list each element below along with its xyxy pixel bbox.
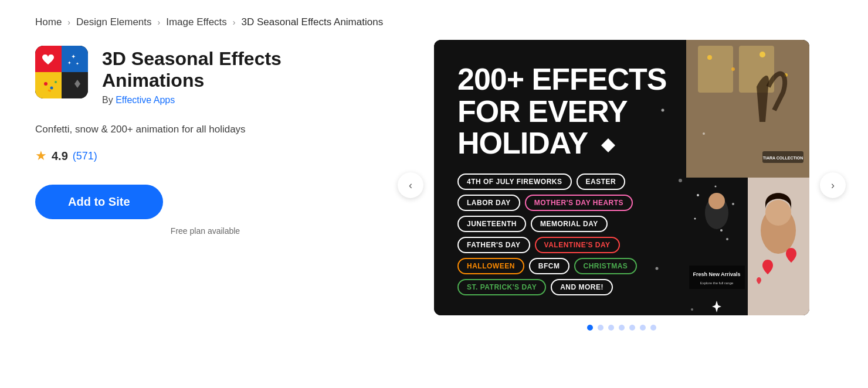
chevron-left-icon: ‹ <box>409 179 412 192</box>
breadcrumb-sep-3: › <box>233 18 236 27</box>
svg-text:Fresh New Arrivals: Fresh New Arrivals <box>693 271 740 277</box>
diamond-icon <box>600 137 616 154</box>
carousel-container: ‹ 200+ EFFECTS FOR EVERY HOLIDAY <box>411 40 833 331</box>
svg-point-4 <box>44 82 48 86</box>
breadcrumb-sep-2: › <box>158 18 161 27</box>
carousel-next-button[interactable]: › <box>820 172 846 198</box>
breadcrumb-image-effects[interactable]: Image Effects <box>166 16 227 28</box>
svg-point-12 <box>707 55 712 60</box>
photo-top: TIARA COLLECTION <box>686 40 809 178</box>
breadcrumb-design-elements[interactable]: Design Elements <box>76 16 152 28</box>
svg-point-25 <box>708 193 725 209</box>
carousel-dot-4[interactable] <box>619 325 625 331</box>
photo-bottom-right <box>748 178 809 315</box>
svg-text:✦: ✦ <box>67 60 72 66</box>
svg-point-13 <box>731 67 735 71</box>
tag-christmas: CHRISTMAS <box>574 258 638 274</box>
carousel-dot-5[interactable] <box>629 325 635 331</box>
rating-row: ★ 4.9 (571) <box>35 148 375 164</box>
carousel-image: 200+ EFFECTS FOR EVERY HOLIDAY <box>434 40 809 315</box>
svg-point-23 <box>720 229 723 232</box>
carousel-dot-6[interactable] <box>640 325 646 331</box>
tag-and-more: AND MORE! <box>551 279 613 295</box>
tag-easter: EASTER <box>577 173 626 190</box>
tag-memorial-day: MEMORIAL DAY <box>531 216 608 232</box>
tag-halloween: HALLOWEEN <box>457 258 524 274</box>
carousel-dot-1[interactable] <box>587 325 593 331</box>
tag-juneteenth: JUNETEENTH <box>457 216 526 232</box>
svg-point-21 <box>732 203 734 205</box>
svg-point-14 <box>760 52 765 57</box>
svg-text:TIARA COLLECTION: TIARA COLLECTION <box>763 156 803 160</box>
tag-valentines-day: VALENTINE'S DAY <box>535 237 620 253</box>
right-panel: ‹ 200+ EFFECTS FOR EVERY HOLIDAY <box>411 40 833 331</box>
app-author-link[interactable]: Effective Apps <box>116 95 175 105</box>
rating-count[interactable]: (571) <box>73 150 97 162</box>
free-plan-label: Free plan available <box>35 226 375 236</box>
carousel-dots <box>587 325 656 331</box>
carousel-dot-7[interactable] <box>650 325 656 331</box>
carousel-dot-2[interactable] <box>598 325 603 331</box>
svg-marker-8 <box>601 138 615 152</box>
carousel-prev-button[interactable]: ‹ <box>398 172 423 198</box>
svg-rect-10 <box>698 46 733 93</box>
app-title: 3D Seasonal Effects Animations <box>102 48 375 91</box>
chevron-right-icon: › <box>831 179 835 192</box>
photo-bottom-grid: Fresh New Arrivals Explore the full rang… <box>686 178 809 315</box>
tag-labor-day: LABOR DAY <box>457 195 520 211</box>
tag-mothers-day: MOTHER'S DAY HEARTS <box>525 195 633 211</box>
svg-rect-26 <box>689 266 745 289</box>
main-content: ✦ ✦ ✦ 3D Seasonal Effects Animations By … <box>0 40 868 331</box>
app-title-block: 3D Seasonal Effects Animations By Effect… <box>102 46 375 105</box>
svg-text:✦: ✦ <box>76 62 79 66</box>
app-icon: ✦ ✦ ✦ <box>35 46 88 98</box>
tag-st-patricks: ST. PATRICK'S DAY <box>457 279 546 295</box>
add-to-site-button[interactable]: Add to Site <box>35 185 163 219</box>
rating-score: 4.9 <box>52 149 68 163</box>
svg-point-6 <box>55 81 57 83</box>
svg-point-5 <box>50 87 53 90</box>
breadcrumb-current-page: 3D Seasonal Effects Animations <box>242 16 384 28</box>
photo-bottom-left: Fresh New Arrivals Explore the full rang… <box>686 178 748 315</box>
promo-image: 200+ EFFECTS FOR EVERY HOLIDAY <box>434 40 809 315</box>
svg-point-20 <box>715 186 717 188</box>
photo-collage: TIARA COLLECTION <box>686 40 809 315</box>
app-header: ✦ ✦ ✦ 3D Seasonal Effects Animations By … <box>35 46 375 105</box>
tag-bfcm: BFCM <box>529 258 569 274</box>
svg-point-22 <box>694 218 696 220</box>
svg-text:Explore the full range: Explore the full range <box>700 281 734 285</box>
svg-text:✦: ✦ <box>71 53 76 60</box>
app-description: Confetti, snow & 200+ animation for all … <box>35 122 375 137</box>
app-author: By Effective Apps <box>102 95 375 105</box>
star-icon: ★ <box>35 148 47 164</box>
carousel-dot-3[interactable] <box>608 325 614 331</box>
tag-fathers-day: FATHER'S DAY <box>457 237 530 253</box>
breadcrumb-sep-1: › <box>67 18 70 27</box>
svg-point-19 <box>697 194 699 196</box>
left-panel: ✦ ✦ ✦ 3D Seasonal Effects Animations By … <box>35 40 375 236</box>
breadcrumb-home[interactable]: Home <box>35 16 62 28</box>
breadcrumb: Home › Design Elements › Image Effects ›… <box>0 0 868 40</box>
tag-4th-july: 4TH OF JULY FIREWORKS <box>457 173 572 190</box>
svg-point-31 <box>765 200 791 226</box>
